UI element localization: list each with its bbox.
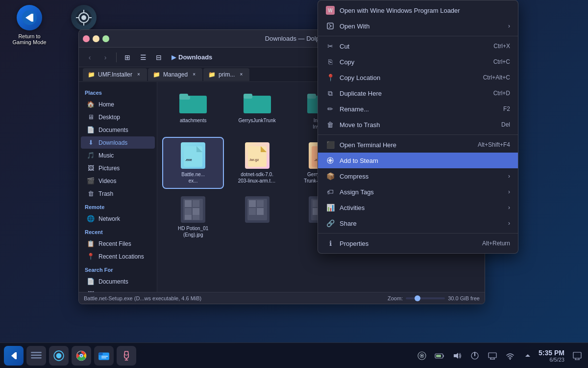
return-gaming-icon[interactable]: Return to Gaming Mode	[12, 5, 47, 45]
ctx-open-with-arrow: ›	[508, 23, 510, 29]
show-desktop-button[interactable]	[570, 349, 584, 363]
ctx-add-steam[interactable]: Add to Steam	[318, 153, 518, 168]
tab-umf[interactable]: 📁 UMF.Installer ×	[83, 68, 147, 81]
file-item-hd-potion[interactable]: HD Potion_01(Eng).jpg	[163, 192, 223, 242]
sidebar-item-desktop[interactable]: 🖥 Desktop	[81, 111, 155, 123]
file-item-dotnet[interactable]: .tar.gz dotnet-sdk-7.0.203-linux-arm.tar…	[227, 138, 287, 188]
ctx-terminal[interactable]: ⬛ Open Terminal Here Alt+Shift+F4	[318, 137, 518, 153]
ctx-cut[interactable]: ✂ Cut Ctrl+X	[318, 38, 518, 54]
tab-close-1[interactable]: ×	[135, 71, 142, 78]
tab-folder-icon-3: 📁	[208, 71, 216, 78]
close-button[interactable]	[83, 35, 90, 42]
ctx-activities[interactable]: 📊 Activities ›	[318, 200, 518, 215]
view-icons-button[interactable]: ⊞	[121, 51, 134, 64]
cut-icon: ✂	[326, 42, 335, 51]
ctx-duplicate[interactable]: ⧉ Duplicate Here Ctrl+D	[318, 85, 518, 101]
tab-close-2[interactable]: ×	[191, 71, 197, 78]
file-icon-dotnet: .tar.gz	[244, 142, 271, 169]
file-item-gerrys-junk[interactable]: GerrysJunkTrunk	[227, 88, 287, 134]
ctx-properties[interactable]: ℹ Properties Alt+Return	[318, 236, 518, 251]
tab-prim[interactable]: 📁 prim... ×	[203, 68, 249, 81]
search-images-icon: 🖼	[87, 290, 95, 292]
ctx-rename[interactable]: ✏ Rename... F2	[318, 101, 518, 117]
ctx-trash[interactable]: 🗑 Move to Trash Del	[318, 117, 518, 132]
tab-managed[interactable]: 📁 Managed ×	[148, 68, 202, 81]
sidebar-item-documents[interactable]: 📄 Documents	[81, 124, 155, 136]
tray-expand-icon[interactable]	[521, 349, 535, 363]
ctx-copy[interactable]: ⎘ Copy Ctrl+C	[318, 54, 518, 70]
home-icon: 🏠	[87, 101, 95, 108]
file-name-dotnet: dotnet-sdk-7.0.203-linux-arm.tar.gz	[238, 171, 276, 184]
sidebar-item-downloads[interactable]: ⬇ Downloads	[81, 136, 155, 149]
ctx-open-wine[interactable]: W Open with Wine Windows Program Loader	[318, 2, 518, 18]
sidebar-item-search-docs[interactable]: 📄 Documents	[81, 275, 155, 288]
ctx-copy-location[interactable]: 📍 Copy Location Ctrl+Alt+C	[318, 70, 518, 85]
pictures-icon: 🖼	[87, 164, 95, 172]
file-icon-battlenet: .exe	[179, 142, 207, 169]
ctx-assign-tags[interactable]: 🏷 Assign Tags ›	[318, 184, 518, 200]
clock-date: 6/5/23	[539, 357, 564, 363]
back-button[interactable]: ‹	[83, 51, 97, 64]
maximize-button[interactable]	[102, 35, 109, 42]
sidebar-item-home[interactable]: 🏠 Home	[81, 98, 155, 110]
taskbar-discover-button[interactable]	[4, 346, 24, 366]
ctx-properties-shortcut: Alt+Return	[482, 240, 510, 247]
open-with-icon	[326, 22, 335, 30]
ctx-compress[interactable]: 📦 Compress ›	[318, 168, 518, 184]
minimize-button[interactable]	[93, 35, 99, 42]
sidebar-item-search-images[interactable]: 🖼 Images	[81, 288, 155, 292]
file-item-tile1[interactable]	[227, 192, 287, 242]
svg-rect-54	[257, 200, 264, 207]
taskbar-store-button[interactable]	[49, 346, 69, 366]
file-item-attachments[interactable]: attachments	[163, 88, 223, 134]
sidebar-item-network[interactable]: 🌐 Network	[81, 212, 155, 225]
taskbar-wine-button[interactable]	[117, 346, 136, 366]
tray-steam-icon[interactable]	[415, 349, 429, 363]
share-icon: 🔗	[326, 219, 335, 228]
svg-rect-48	[193, 208, 199, 215]
tray-network-icon[interactable]	[503, 349, 517, 363]
taskbar-chrome-button[interactable]	[72, 346, 91, 366]
clock[interactable]: 5:35 PM 6/5/23	[539, 349, 564, 363]
sidebar-item-music[interactable]: 🎵 Music	[81, 149, 155, 161]
file-item-battlenet[interactable]: .exe Battle.ne...ex...	[163, 138, 223, 188]
taskbar-dolphin-button[interactable]	[94, 346, 114, 366]
svg-point-92	[80, 354, 82, 356]
sidebar-item-trash[interactable]: 🗑 Trash	[81, 187, 155, 200]
ctx-sep-2	[318, 134, 518, 135]
taskbar-task-manager-button[interactable]	[26, 346, 46, 366]
sidebar-label-home: Home	[98, 101, 114, 108]
tab-label-2: Managed	[163, 71, 188, 78]
svg-marker-111	[525, 354, 530, 357]
ctx-open-with[interactable]: Open With ›	[318, 18, 518, 34]
downloads-icon: ⬇	[87, 139, 95, 146]
zoom-thumb	[415, 295, 420, 301]
breadcrumb-item[interactable]: Downloads	[178, 53, 212, 61]
view-compact-button[interactable]: ⊟	[152, 51, 166, 64]
ctx-share-label: Share	[340, 220, 499, 227]
sidebar-item-videos[interactable]: 🎬 Videos	[81, 175, 155, 187]
sidebar-item-recent-locations[interactable]: 📍 Recent Locations	[81, 250, 155, 263]
svg-rect-47	[185, 208, 192, 215]
svg-rect-55	[249, 208, 256, 215]
view-list-button[interactable]: ☰	[136, 51, 150, 64]
svg-rect-46	[193, 200, 199, 207]
wine-icon: W	[326, 6, 335, 15]
clock-time: 5:35 PM	[539, 349, 564, 357]
sidebar-item-pictures[interactable]: 🖼 Pictures	[81, 162, 155, 174]
zoom-slider[interactable]	[406, 297, 445, 299]
svg-text:.tar.gz: .tar.gz	[249, 158, 259, 162]
places-label: Places	[79, 86, 157, 98]
ctx-share[interactable]: 🔗 Share ›	[318, 215, 518, 231]
tab-close-3[interactable]: ×	[238, 71, 245, 78]
forward-button[interactable]: ›	[98, 51, 112, 64]
tray-display-icon[interactable]	[486, 349, 499, 363]
sidebar-label-network: Network	[98, 215, 120, 222]
sidebar-item-recent-files[interactable]: 📋 Recent Files	[81, 237, 155, 250]
tray-battery-icon[interactable]	[433, 349, 446, 363]
tray-power-icon[interactable]	[468, 349, 482, 363]
svg-text:.exe: .exe	[185, 158, 192, 161]
steam-desktop-icon[interactable]	[71, 5, 97, 30]
tray-volume-icon[interactable]	[450, 349, 464, 363]
ctx-copy-label: Copy	[340, 58, 489, 66]
